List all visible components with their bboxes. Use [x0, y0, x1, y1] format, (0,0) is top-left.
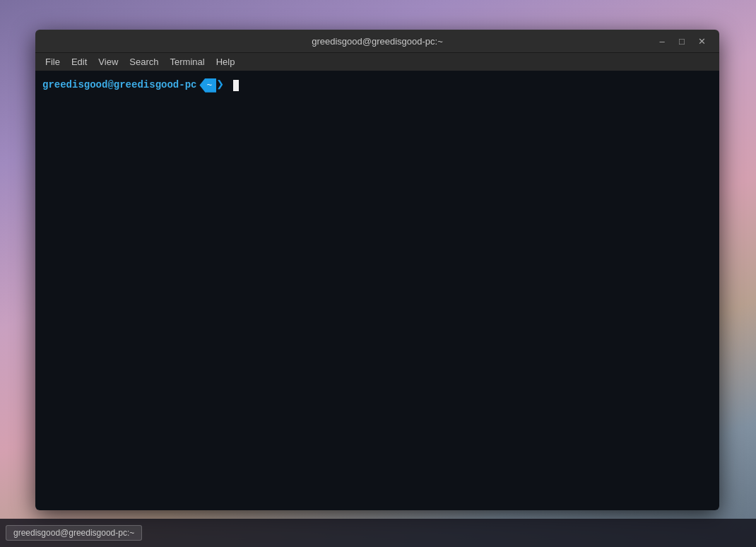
- menu-search[interactable]: Search: [124, 55, 164, 69]
- taskbar: greedisgood@greedisgood-pc:~: [0, 519, 756, 547]
- prompt-tilde-badge: ~: [199, 78, 216, 93]
- prompt-separator: [225, 78, 231, 93]
- terminal-body[interactable]: greedisgood@greedisgood-pc ~ ❯: [35, 71, 719, 510]
- menu-file[interactable]: File: [40, 55, 66, 69]
- menu-terminal[interactable]: Terminal: [165, 55, 211, 69]
- close-button[interactable]: ✕: [692, 33, 711, 49]
- taskbar-terminal-item[interactable]: greedisgood@greedisgood-pc:~: [6, 525, 142, 541]
- title-bar: greedisgood@greedisgood-pc:~ – □ ✕: [35, 30, 719, 52]
- menu-view[interactable]: View: [93, 55, 124, 69]
- menu-help[interactable]: Help: [211, 55, 241, 69]
- prompt-arrow-icon: ❯: [216, 76, 224, 94]
- prompt-line: greedisgood@greedisgood-pc ~ ❯: [42, 76, 712, 94]
- maximize-button[interactable]: □: [673, 33, 691, 49]
- menu-edit[interactable]: Edit: [66, 55, 93, 69]
- window-controls: – □ ✕: [653, 33, 711, 49]
- prompt-user-host: greedisgood@greedisgood-pc: [42, 78, 196, 93]
- menu-bar: File Edit View Search Terminal Help: [35, 52, 719, 71]
- desktop: greedisgood@greedisgood-pc:~ – □ ✕ File …: [0, 0, 756, 547]
- window-title: greedisgood@greedisgood-pc:~: [312, 36, 443, 47]
- terminal-cursor: [233, 80, 239, 91]
- minimize-button[interactable]: –: [653, 33, 671, 49]
- terminal-window: greedisgood@greedisgood-pc:~ – □ ✕ File …: [35, 30, 719, 510]
- prompt-tilde-text: ~: [206, 79, 212, 92]
